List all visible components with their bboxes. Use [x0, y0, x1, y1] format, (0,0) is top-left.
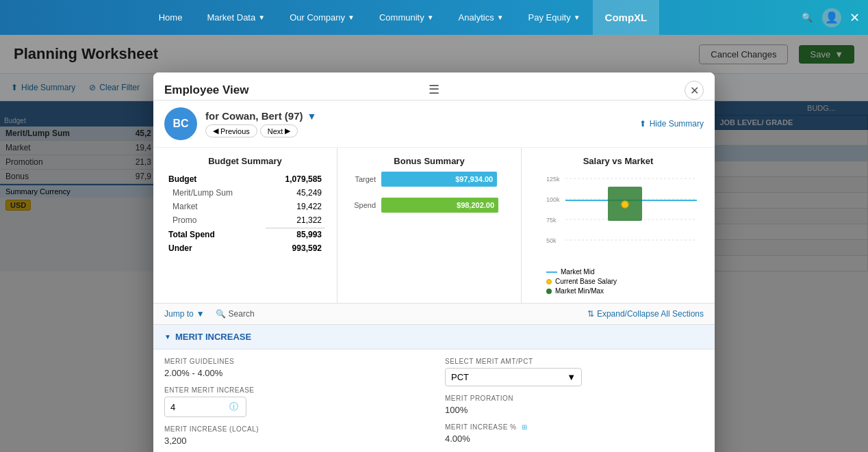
- proration-value: 100%: [445, 405, 704, 415]
- employee-name-area: for Cowan, Bert (97) ▼ ◀ Previous Next ▶: [205, 110, 631, 137]
- merit-pct-label: MERIT INCREASE % ⊞: [445, 423, 704, 431]
- enter-merit-label: ENTER MERIT INCREASE: [164, 386, 423, 394]
- enter-merit-row: ENTER MERIT INCREASE ⓘ: [164, 386, 423, 417]
- merit-guidelines-value: 2.00% - 4.00%: [164, 368, 423, 378]
- chevron-left-icon: ◀: [213, 127, 218, 135]
- spend-bar: $98,202.00: [381, 198, 498, 213]
- chart-legend: Market Mid Current Base Salary Market Mi…: [546, 268, 704, 295]
- merit-col-left: MERIT GUIDELINES 2.00% - 4.00% ENTER MER…: [153, 349, 434, 452]
- chevron-down-icon: ▼: [196, 309, 205, 319]
- budget-row-1: Merit/Lump Sum45,249: [166, 187, 324, 199]
- employee-view-modal: Employee View ☰ ✕ BC for Cowan, Bert (97…: [153, 72, 715, 452]
- search-button[interactable]: 🔍 Search: [216, 309, 255, 319]
- modal-title: Employee View: [164, 83, 248, 97]
- salary-chart-area: 125k 100k 75k 50k: [546, 172, 704, 295]
- budget-summary-panel: Budget Summary Budget1,079,585Merit/Lump…: [153, 148, 337, 303]
- bonus-summary-panel: Bonus Summary Target $97,934.00 Spend: [337, 148, 522, 303]
- nav-home[interactable]: Home: [146, 0, 195, 35]
- chevron-down-icon: ▼: [574, 14, 580, 21]
- nav-pay-equity[interactable]: Pay Equity ▼: [516, 0, 593, 35]
- target-label: Target: [348, 175, 376, 183]
- chevron-down-icon: ▼: [497, 14, 504, 21]
- merit-col-right: SELECT MERIT AMT/PCT PCT ▼ MERIT PRORATI…: [434, 349, 715, 452]
- jump-to-button[interactable]: Jump to ▼: [164, 309, 205, 319]
- search-icon: 🔍: [216, 309, 226, 319]
- hide-summary-button[interactable]: ⬆ Hide Summary: [639, 119, 704, 129]
- table-icon: ⊞: [522, 423, 528, 431]
- employee-info-bar: BC for Cowan, Bert (97) ▼ ◀ Previous Nex…: [153, 101, 715, 148]
- expand-collapse-button[interactable]: ⇅ Expand/Collapse All Sections: [587, 309, 704, 319]
- legend-current-salary: Current Base Salary: [546, 278, 704, 285]
- select-merit-dropdown[interactable]: PCT ▼: [445, 368, 582, 386]
- budget-row-0: Budget1,079,585: [166, 173, 324, 185]
- salary-market-title: Salary vs Market: [533, 156, 704, 166]
- detail-header: Jump to ▼ 🔍 Search ⇅ Expand/Collapse All…: [153, 304, 715, 325]
- merit-guidelines-label: MERIT GUIDELINES: [164, 358, 423, 365]
- select-merit-label: SELECT MERIT AMT/PCT: [445, 358, 704, 365]
- budget-row-3: Promo21,322: [166, 214, 324, 226]
- budget-row-2: Market19,422: [166, 200, 324, 213]
- enter-merit-input[interactable]: ⓘ: [164, 397, 246, 417]
- legend-market-min-max: Market Min/Max: [546, 287, 704, 295]
- merit-grid: MERIT GUIDELINES 2.00% - 4.00% ENTER MER…: [153, 349, 715, 452]
- employee-name: for Cowan, Bert (97) ▼: [205, 110, 631, 122]
- modal-close-button[interactable]: ✕: [685, 81, 704, 100]
- budget-summary-title: Budget Summary: [164, 156, 326, 166]
- salary-market-panel: Salary vs Market 125k 100k 75k 50k: [522, 148, 715, 303]
- spend-bar-wrap: $98,202.00: [381, 198, 510, 213]
- chevron-down-icon: ▼: [427, 14, 434, 21]
- merit-pct-row: MERIT INCREASE % ⊞ 4.00%: [445, 423, 704, 444]
- chevron-right-icon: ▶: [285, 127, 290, 135]
- merit-local-row: MERIT INCREASE (LOCAL) 3,200: [164, 425, 423, 446]
- chevron-down-icon: ▼: [258, 14, 265, 21]
- target-bar-wrap: $97,934.00: [381, 172, 510, 187]
- avatar[interactable]: 👤: [822, 8, 841, 27]
- nav-analytics[interactable]: Analytics ▼: [446, 0, 516, 35]
- search-icon[interactable]: 🔍: [797, 8, 817, 27]
- proration-row: MERIT PRORATION 100%: [445, 395, 704, 415]
- modal-header: Employee View ☰ ✕: [153, 72, 715, 101]
- chevron-down-icon[interactable]: ▼: [307, 111, 317, 122]
- avatar: BC: [164, 107, 197, 140]
- bonus-spend-row: Spend $98,202.00: [348, 198, 510, 213]
- employee-navigation: ◀ Previous Next ▶: [205, 124, 631, 137]
- nav-links: Home Market Data ▼ Our Company ▼ Communi…: [8, 0, 797, 35]
- spend-label: Spend: [348, 201, 376, 209]
- chevron-up-icon: ⬆: [639, 119, 646, 129]
- next-employee-button[interactable]: Next ▶: [260, 124, 298, 137]
- merit-input-field[interactable]: [170, 402, 225, 412]
- bonus-summary-title: Bonus Summary: [348, 156, 510, 166]
- expand-icon: ⇅: [587, 309, 594, 319]
- nav-community[interactable]: Community ▼: [367, 0, 446, 35]
- chevron-down-icon: ▼: [567, 372, 576, 382]
- budget-row-5: Under993,592: [166, 242, 324, 254]
- nav-our-company[interactable]: Our Company ▼: [277, 0, 367, 35]
- budget-row-4: Total Spend85,993: [166, 228, 324, 241]
- select-merit-row: SELECT MERIT AMT/PCT PCT ▼: [445, 358, 704, 386]
- nav-market-data[interactable]: Market Data ▼: [194, 0, 277, 35]
- svg-text:125k: 125k: [546, 176, 560, 183]
- bonus-chart: Target $97,934.00 Spend $98,: [348, 172, 510, 213]
- budget-table: Budget1,079,585Merit/Lump Sum45,249Marke…: [164, 172, 326, 256]
- info-icon: ⓘ: [229, 401, 238, 413]
- salary-market-chart: 125k 100k 75k 50k: [546, 172, 704, 261]
- target-bar: $97,934.00: [381, 172, 497, 187]
- summary-section: Budget Summary Budget1,079,585Merit/Lump…: [153, 148, 715, 304]
- merit-section-title-bar[interactable]: ▼ MERIT INCREASE: [153, 325, 715, 349]
- svg-text:100k: 100k: [546, 196, 560, 203]
- merit-local-label: MERIT INCREASE (LOCAL): [164, 425, 423, 433]
- chevron-down-icon: ▼: [164, 333, 171, 341]
- merit-local-value: 3,200: [164, 436, 423, 446]
- svg-text:75k: 75k: [546, 217, 557, 224]
- nav-compxl[interactable]: CompXL: [593, 0, 660, 35]
- nav-right-actions: 🔍 👤 ✕: [797, 8, 860, 27]
- svg-text:50k: 50k: [546, 237, 557, 244]
- previous-employee-button[interactable]: ◀ Previous: [205, 124, 257, 137]
- chevron-down-icon: ▼: [348, 14, 355, 21]
- bonus-target-row: Target $97,934.00: [348, 172, 510, 187]
- top-navigation: Home Market Data ▼ Our Company ▼ Communi…: [0, 0, 868, 35]
- merit-pct-value: 4.00%: [445, 434, 704, 444]
- close-icon[interactable]: ✕: [850, 10, 860, 25]
- hamburger-icon[interactable]: ☰: [429, 82, 439, 97]
- main-area: BUDG... Budget Merit/Lump Sum 45,2 Marke…: [0, 101, 868, 452]
